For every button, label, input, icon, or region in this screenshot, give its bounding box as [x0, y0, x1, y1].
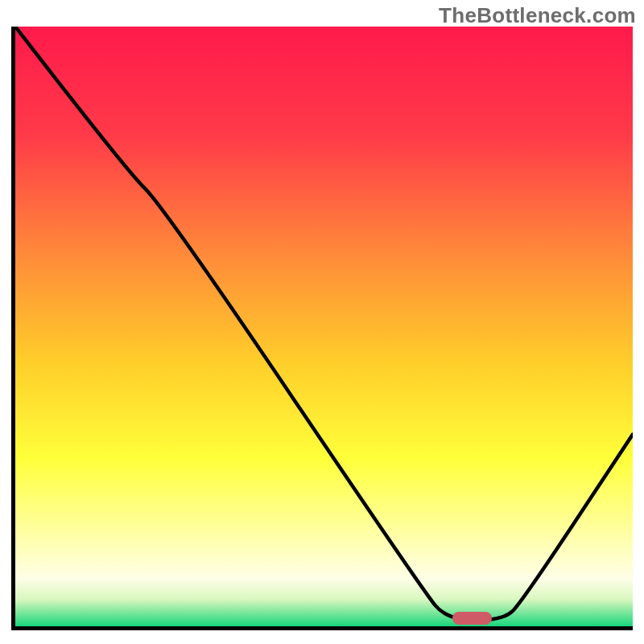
optimal-range-marker	[452, 612, 493, 625]
watermark-text: TheBottleneck.com	[439, 3, 636, 28]
bottleneck-chart: TheBottleneck.com	[0, 0, 644, 644]
svg-rect-0	[15, 27, 633, 626]
heatmap-gradient	[15, 27, 633, 626]
